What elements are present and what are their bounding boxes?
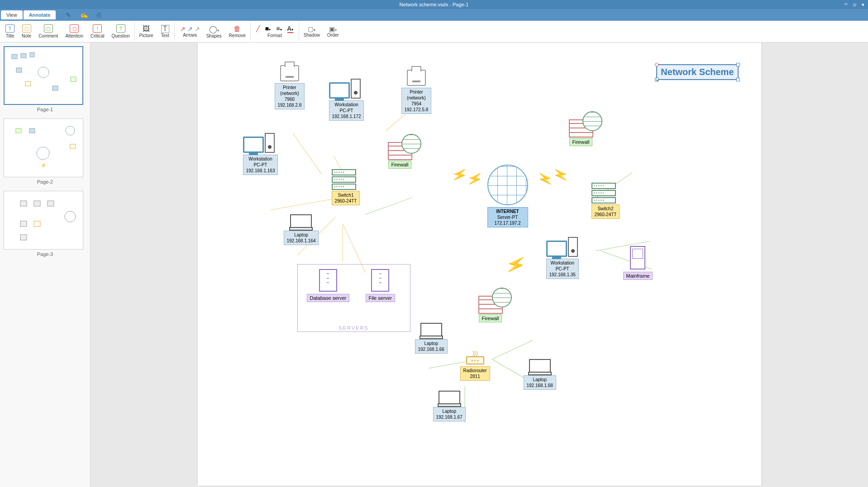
node-laptop-4[interactable]: Laptop 192.168.1.68	[524, 359, 556, 390]
question-button[interactable]: ? Question	[109, 24, 133, 39]
face-icon[interactable]: ☺	[852, 2, 857, 7]
svg-point-10	[66, 126, 75, 135]
laptop-icon	[290, 214, 312, 229]
comment-button[interactable]: ▢ Comment	[36, 24, 61, 39]
node-switch-2[interactable]: Switch2 2960-24TT	[591, 183, 620, 219]
shapes-button[interactable]: ◯▾ Shapes	[204, 24, 224, 39]
server-icon	[319, 269, 337, 292]
diagram-title-selected[interactable]: ↘ Network Scheme	[656, 64, 738, 80]
workstation-icon	[546, 237, 579, 257]
canvas-viewport[interactable]: ↘ Network Scheme Printer (network) 7960 …	[91, 43, 868, 487]
svg-rect-6	[52, 86, 58, 90]
print-icon[interactable]: ⎙	[97, 11, 100, 19]
diagram-canvas[interactable]: ↘ Network Scheme Printer (network) 7960 …	[198, 43, 761, 486]
node-switch-1[interactable]: Switch1 2960-24TT	[332, 169, 360, 205]
printer-icon	[280, 65, 299, 81]
resize-handle-tr[interactable]	[736, 63, 740, 66]
shadow-button[interactable]: ▢▾ Shadow	[301, 24, 323, 38]
thumbnail-label-2: Page-2	[4, 177, 86, 186]
thumbnail-page-3[interactable]	[4, 191, 83, 250]
node-firewall-1[interactable]: Firewall	[388, 142, 412, 169]
note-button[interactable]: ▢ Note	[19, 24, 34, 39]
font-color-icon[interactable]: A▾	[287, 25, 293, 33]
firewall-icon	[388, 142, 412, 160]
rotate-handle[interactable]	[655, 63, 658, 66]
servers-group-label: SERVERS	[298, 325, 410, 331]
svg-rect-12	[70, 144, 76, 149]
svg-rect-8	[16, 128, 21, 133]
workstation-icon	[329, 79, 364, 99]
resize-handle-br[interactable]	[736, 78, 740, 81]
lightning-icon: ⚡	[503, 253, 528, 276]
tab-annotate[interactable]: Annotate	[24, 10, 56, 19]
ribbon-toolbar: T Title ▢ Note ▢ Comment ▢ Attention ! C…	[0, 21, 868, 43]
node-printer-1[interactable]: Printer (network) 7960 192.168.2.8	[275, 65, 305, 109]
tab-bar: View Annotate ✎ ✍ ⎙	[0, 9, 868, 21]
node-laptop-1[interactable]: Laptop 192.168.1.164	[284, 214, 319, 245]
svg-rect-18	[20, 221, 27, 227]
laptop-icon	[529, 359, 551, 374]
laptop-icon	[439, 391, 460, 405]
node-workstation-3[interactable]: Workstation PC-PT 192.168.1.35	[546, 237, 579, 279]
format-label: Format	[267, 33, 282, 38]
svg-rect-16	[48, 201, 54, 206]
node-internet[interactable]: INTERNET Server-PT 172.17.197.2	[487, 165, 528, 227]
node-database-server[interactable]: Database server	[307, 269, 350, 302]
firewall-icon	[478, 296, 503, 314]
svg-point-17	[65, 211, 76, 222]
dropdown-icon[interactable]: ▾	[862, 2, 864, 8]
switch-icon	[332, 169, 360, 190]
node-mainframe[interactable]: Mainframe	[623, 246, 653, 280]
node-workstation-1[interactable]: Workstation PC-PT 192.168.1.172	[329, 79, 364, 121]
workstation-icon	[243, 133, 278, 153]
node-printer-2[interactable]: Printer (network) 7954 192.172.5.8	[401, 70, 432, 114]
firewall-icon	[569, 119, 593, 137]
tab-view[interactable]: View	[1, 10, 23, 19]
remove-button[interactable]: 🗑 Remove	[226, 24, 248, 39]
router-icon	[466, 356, 484, 364]
text-button[interactable]: T Text	[158, 24, 172, 39]
fill-icon[interactable]: ■▾	[265, 25, 271, 33]
line-style-icon[interactable]: ≡▾	[276, 25, 281, 33]
pen-icon[interactable]: ✎	[66, 11, 71, 19]
attention-button[interactable]: ▢ Attention	[62, 24, 86, 39]
svg-rect-19	[34, 221, 40, 227]
page-thumbnails-sidebar: Page-1 ⚡ Page-2 Page-3	[0, 43, 91, 487]
node-workstation-2[interactable]: Workstation PC-PT 192.168.1.163	[243, 133, 278, 175]
line-color-icon[interactable]: ╱	[256, 25, 260, 33]
svg-rect-7	[71, 77, 76, 81]
resize-handle-bl[interactable]: ↘	[655, 78, 658, 81]
thumbnail-page-2[interactable]: ⚡	[4, 118, 83, 177]
critical-button[interactable]: ! Critical	[88, 24, 107, 39]
wifi-icon: )))	[460, 350, 490, 356]
node-file-server[interactable]: File server	[366, 269, 395, 302]
node-laptop-2[interactable]: Laptop 192.168.1.66	[415, 323, 448, 354]
lightning-icon: ⚡⚡	[449, 165, 484, 188]
blue-arrow-icon[interactable]: ↗	[187, 25, 193, 33]
person-pen-icon[interactable]: ✍	[80, 11, 88, 19]
red-arrow-icon[interactable]: ↗	[180, 25, 186, 33]
laptop-icon	[420, 323, 442, 337]
gray-arrow-icon[interactable]: ↗	[195, 25, 200, 33]
svg-rect-2	[30, 52, 34, 57]
svg-rect-3	[16, 68, 22, 72]
printer-icon	[407, 70, 426, 86]
arrows-label: Arrows	[183, 33, 197, 38]
svg-text:⚡: ⚡	[41, 162, 47, 168]
globe-icon	[487, 165, 528, 205]
rss-icon[interactable]: ⌔	[844, 2, 848, 7]
node-laptop-3[interactable]: Laptop 192.168.1.67	[433, 391, 466, 421]
title-button[interactable]: T Title	[3, 24, 17, 39]
svg-rect-20	[20, 235, 27, 240]
thumbnail-label-3: Page-3	[4, 250, 86, 259]
node-firewall-2[interactable]: Firewall	[569, 119, 593, 146]
node-firewall-3[interactable]: Firewall	[478, 296, 503, 322]
mainframe-icon	[630, 246, 645, 270]
order-button[interactable]: ▣▾ Order	[324, 24, 342, 38]
servers-group[interactable]: Database server File server SERVERS	[297, 264, 410, 332]
window-title-bar: Network scheme.vsdx - Page-1 ⌔ ☺ ▾	[0, 0, 868, 9]
node-radiorouter[interactable]: ))) Radiorouter 2811	[460, 350, 490, 381]
picture-button[interactable]: 🖼 Picture	[137, 24, 156, 39]
thumbnail-page-1[interactable]	[4, 46, 83, 105]
svg-rect-14	[20, 201, 27, 206]
